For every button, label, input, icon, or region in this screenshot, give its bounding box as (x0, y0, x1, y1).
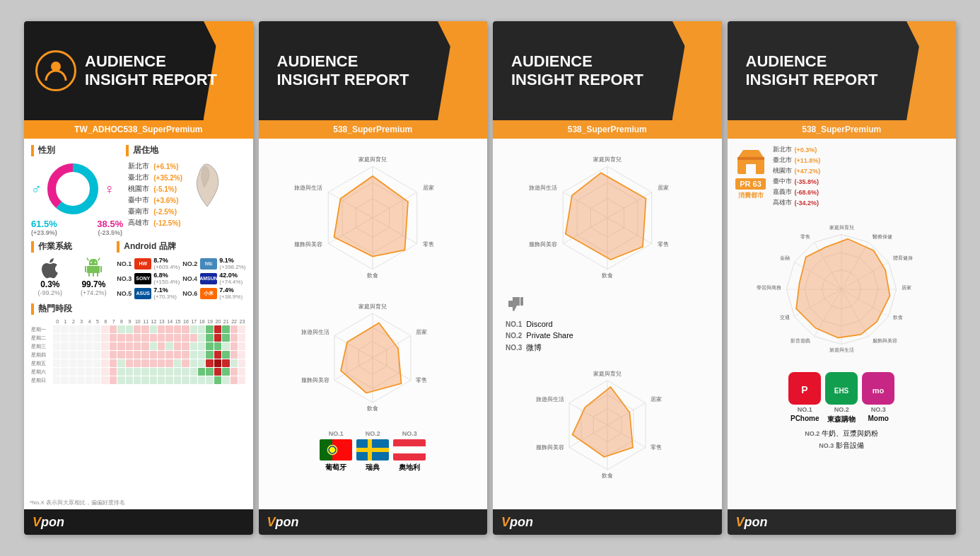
dislike-list: NO.1DiscordNO.2Private ShareNO.3微博 (506, 320, 709, 353)
brand-pct: 9.1% (219, 257, 245, 264)
brand-logo: SAMSUNG (200, 273, 217, 284)
heatmap-cell (53, 351, 60, 359)
city-pct: (-35.8%) (793, 176, 822, 187)
hour-label: 0 (54, 319, 61, 324)
dislike-item: NO.1Discord (506, 320, 709, 328)
svg-text:居家: 居家 (658, 185, 669, 191)
flag-austria: NO.3 奧地利 (393, 430, 426, 473)
heatmap-cell (77, 334, 84, 342)
heatmap-cell (134, 359, 141, 367)
item-name: 牛奶、豆漿與奶粉 (822, 429, 878, 437)
heatmap-cell (190, 334, 197, 342)
city-name: 高雄市 (126, 217, 151, 228)
heatmap-cell (238, 325, 245, 333)
heatmap-cell (141, 325, 148, 333)
svg-text:體育健身: 體育健身 (893, 255, 913, 261)
heatmap-cell (214, 325, 221, 333)
heatmap-cell (150, 334, 157, 342)
svg-text:服飾與美容: 服飾與美容 (294, 241, 322, 248)
female-stat: 38.5% (-23.5%) (97, 219, 123, 236)
svg-text:旅遊與生活: 旅遊與生活 (536, 396, 564, 402)
heatmap-day-row: 星期一 (31, 325, 246, 333)
sweden-flag (356, 439, 389, 461)
gender-section: 性別 ♂ (31, 144, 123, 236)
heatmap-cell (53, 325, 60, 333)
svg-line-6 (87, 258, 88, 260)
heatmap-cell (77, 351, 84, 359)
svg-text:服飾與美容: 服飾與美容 (529, 241, 557, 248)
svg-rect-49 (393, 453, 426, 461)
residence-row: 臺中市(+3.6%) (126, 195, 185, 206)
heatmap-cell (206, 359, 213, 367)
heatmap-cell (117, 325, 124, 333)
heatmap-cell (206, 334, 213, 342)
heatmap-cell (69, 376, 76, 384)
heatmap-cell (158, 359, 165, 367)
dislike-name: Discord (526, 320, 552, 328)
panel-4-title: AUDIENCE INSIGHT REPORT (739, 52, 878, 90)
heatmap-cell (93, 325, 100, 333)
heatmap-cell (222, 334, 229, 342)
heatmap-cell (158, 376, 165, 384)
brand-row: NO.5 ASUS 7.1% (+70.3%) (117, 286, 180, 300)
hour-label: 22 (231, 319, 238, 324)
heatmap-cell (238, 359, 245, 367)
heatmap-cell (141, 351, 148, 359)
heatmap-cell (110, 368, 117, 376)
panel-2-footer: Vpon (259, 509, 488, 535)
hour-label: 2 (70, 319, 77, 324)
panel4-city-row: 新北市(+0.3%) (771, 144, 822, 155)
heatmap-cell (238, 351, 245, 359)
svg-marker-76 (572, 387, 633, 457)
os-section: 作業系統 0.3% (-99.2%) (31, 241, 112, 300)
pr-badge: PR 63 (735, 178, 766, 190)
brand-logo: 小米 (200, 288, 217, 299)
pchome-rank: NO.1 (798, 406, 812, 413)
svg-rect-66 (520, 297, 523, 306)
panel-4: AUDIENCE INSIGHT REPORT 538_SuperPremium (728, 21, 957, 535)
heatmap-cell (126, 325, 133, 333)
android-brands-label: Android 品牌 (117, 241, 245, 253)
heatmap-cell (101, 359, 108, 367)
heatmap-cell (86, 342, 93, 350)
heatmap-cell (198, 368, 205, 376)
dislike-name: 微博 (526, 342, 542, 353)
panel-2-header: AUDIENCE INSIGHT REPORT (259, 21, 488, 120)
brand-stats: 8.7% (+609.4%) (153, 257, 180, 270)
day-label: 星期六 (31, 369, 52, 376)
panel3-radar-top: 家庭與育兒 居家 零售 飲食 服飾與美容 旅遊與生活 (500, 144, 715, 291)
heatmap-cell (61, 325, 68, 333)
heatmap-cell (174, 368, 181, 376)
svg-text:服飾與美容: 服飾與美容 (301, 377, 329, 383)
heatmap-cell (110, 359, 117, 367)
brand-chg: (+150.4%) (153, 279, 180, 285)
brand-stats: 6.8% (+150.4%) (153, 272, 180, 285)
brand-stats: 7.1% (+70.3%) (153, 286, 177, 300)
heatmap-cell (150, 325, 157, 333)
heatmap-cell (141, 359, 148, 367)
heatmap-cell (182, 359, 189, 367)
hour-label: 13 (158, 319, 165, 324)
heatmap-cell (198, 325, 205, 333)
pchome-name: PChome (791, 415, 819, 422)
residence-row: 臺北市(+35.2%) (126, 172, 185, 183)
heatmap-cell (165, 359, 173, 367)
svg-marker-33 (341, 323, 402, 393)
heatmap-cell (190, 368, 197, 376)
heatmap-cell (134, 325, 141, 333)
city-name: 嘉義市 (771, 187, 793, 197)
residence-section: 居住地 新北市(+6.1%)臺北市(+35.2%)桃園市(-5.1%)臺中市(+… (126, 144, 245, 236)
hour-label: 15 (174, 319, 181, 324)
heatmap-cell (77, 325, 84, 333)
svg-line-7 (98, 258, 100, 260)
item-name: 影音設備 (836, 441, 864, 449)
android-item: 99.7% (+74.2%) (75, 257, 113, 296)
brand-rank: NO.5 (117, 290, 132, 297)
svg-text:飲食: 飲食 (367, 272, 378, 279)
heatmap-cell (93, 351, 100, 359)
heatmap-cell (231, 342, 238, 350)
svg-text:服飾與美容: 服飾與美容 (536, 444, 564, 451)
heatmap-cell (174, 359, 181, 367)
dislike-rank: NO.2 (506, 332, 522, 340)
svg-text:旅遊與生活: 旅遊與生活 (301, 329, 329, 335)
